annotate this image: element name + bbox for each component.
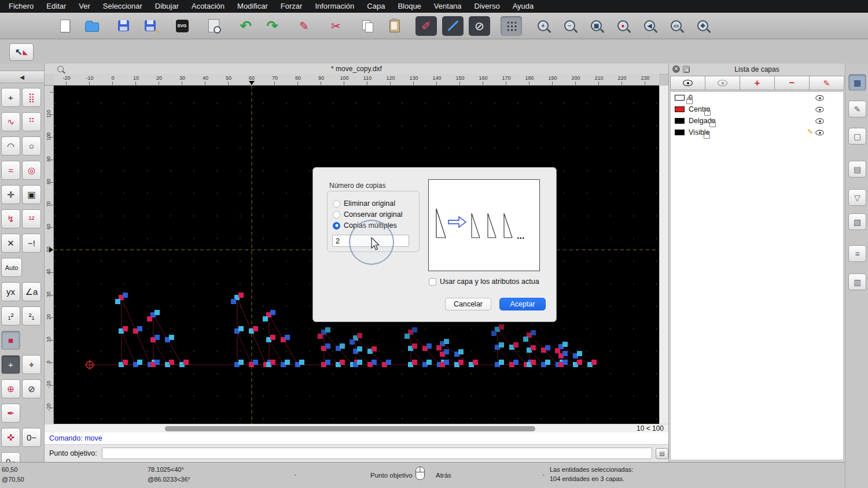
snap-cross[interactable]: ✕ [1,234,20,253]
panel-library-browser[interactable]: ▧ [848,213,866,230]
print-preview-button[interactable] [203,16,225,36]
new-file-button[interactable] [54,16,76,36]
undo-button[interactable]: ↶ [235,16,256,36]
menu-capa[interactable]: Capa [361,0,391,13]
panel-command-line[interactable]: ≡ [848,245,866,262]
cad-toolbar-category-button[interactable]: ↖ ◣ [9,43,34,61]
layer-row-visible[interactable]: Visible✎ [671,127,843,138]
ellipse-tool-button[interactable]: ⊘ [469,16,490,36]
vertical-scrollbar[interactable] [659,86,668,424]
menu-bloque[interactable]: Bloque [391,0,427,13]
pin-tool[interactable]: ✜ [1,428,20,447]
palette-collapse-button[interactable]: ◀ [0,71,45,83]
snap-free[interactable]: ∿ [1,112,20,131]
pan-button[interactable]: ✥ [692,16,713,36]
layer-visibility-icon[interactable] [815,119,823,124]
grid-toggle-button[interactable] [501,16,522,36]
open-file-button[interactable] [81,16,102,36]
menu-informacion[interactable]: Información [308,0,361,13]
layer-lock-icon[interactable] [704,134,710,139]
auto-snap-button[interactable]: Auto [1,258,22,277]
detach-panel-icon[interactable] [683,66,690,73]
remove-layer-button[interactable]: − [774,76,810,90]
use-current-layer-option[interactable]: Usar capa y los atributos actua [429,277,553,286]
cancel-button[interactable]: Cancelar [445,298,491,310]
horizontal-scrollbar-thumb[interactable] [165,426,535,431]
zoom-window-button[interactable]: ▭ [665,16,687,36]
show-all-layers-button[interactable] [670,76,705,90]
zoom-previous-button[interactable]: ◀ [639,16,660,36]
panel-clipboard[interactable]: ▥ [848,273,866,290]
snap-auto[interactable]: + [1,88,20,107]
snap-entity[interactable]: ▣ [22,185,41,204]
restrict-vertical[interactable]: ⌖ [22,355,41,374]
snap-order[interactable]: ¹² [22,209,41,228]
measure-needle[interactable]: ✒ [1,404,20,423]
menu-modificar[interactable]: Modificar [231,0,274,13]
reference-axis[interactable]: ⊘ [22,379,41,398]
panel-layer-list[interactable]: ✎ [848,101,866,117]
line-color-button[interactable] [442,16,464,36]
command-options-button[interactable]: ▤ [656,448,668,459]
zoom-selection-button[interactable]: ● [612,16,634,36]
snap-center[interactable]: ◎ [22,161,41,180]
layer-row-delgado[interactable]: Delgado [671,115,843,127]
draw-pencil-button[interactable]: ✎ [293,16,315,36]
menu-ayuda[interactable]: Ayuda [506,0,540,13]
panel-selection-filter[interactable]: ▽ [848,189,866,206]
redo-button[interactable]: ↷ [262,16,283,36]
restrict-horizontal[interactable]: + [1,355,20,374]
snap-exclude[interactable]: −! [22,234,41,253]
edit-layer-button[interactable]: ✎ [809,76,844,90]
restrict-xy[interactable]: yx [1,282,20,301]
menu-dibujar[interactable]: Dibujar [149,0,185,13]
menu-forzar[interactable]: Forzar [274,0,309,13]
cut-button[interactable]: ✂ [325,16,347,36]
snap-intersection[interactable]: ↯ [1,209,20,228]
panel-view-list[interactable]: ▤ [848,161,866,178]
order-two-one[interactable]: ²₁ [22,306,41,326]
command-input[interactable] [102,448,652,459]
close-panel-icon[interactable]: ✕ [672,65,680,73]
snap-perpendicular[interactable]: ✛ [1,185,20,204]
zoom-in-button[interactable]: + [532,16,554,36]
panel-block-list[interactable]: ▢ [848,128,866,145]
lock-zero-a[interactable]: 0− [22,428,41,447]
snap-tangent[interactable]: ≈ [1,161,20,180]
panel-property-editor[interactable]: ▦ [848,74,866,91]
menu-seleccionar[interactable]: Seleccionar [97,0,149,13]
paste-button[interactable] [384,16,405,36]
snap-points[interactable]: ⠛ [22,112,41,131]
hide-all-layers-button[interactable] [705,76,740,90]
use-current-layer-checkbox[interactable] [429,278,436,286]
svg-export-button[interactable]: SVG [171,16,193,36]
accept-button[interactable]: Aceptar [499,298,546,310]
copy-button[interactable] [357,16,378,36]
restrict-angle[interactable]: ∠a [22,282,41,301]
radio-button-icon[interactable] [333,200,340,208]
layer-visibility-icon[interactable] [815,95,823,101]
snap-grid[interactable]: ⣿ [22,88,41,107]
zoom-auto-button[interactable]: ▣ [586,16,607,36]
layer-row-centro[interactable]: Centro [671,103,843,115]
snap-arc[interactable]: ◠ [1,136,20,156]
menu-ver[interactable]: Ver [72,0,97,13]
save-as-button[interactable]: ✎ [139,16,161,36]
radio-button-icon[interactable] [333,222,340,230]
reference-point[interactable]: ⊕ [1,379,20,398]
horizontal-scrollbar[interactable]: 10 < 100 [45,424,668,432]
layer-row-0[interactable]: 0 [671,92,843,103]
add-layer-button[interactable]: + [740,76,775,90]
zoom-out-button[interactable]: − [559,16,580,36]
radio-conservar-original[interactable]: Conservar original [333,210,402,219]
save-button[interactable] [113,16,134,36]
menu-fichero[interactable]: Fichero [2,0,40,13]
current-selection-tool[interactable]: ■ [1,331,20,350]
menu-acotacion[interactable]: Acotación [185,0,231,13]
edit-entity-button[interactable]: ✐ [415,16,437,36]
radio-eliminar-original[interactable]: Eliminar original [333,199,395,208]
snap-circle[interactable]: ○ [22,136,41,156]
menu-ventana[interactable]: Ventana [428,0,468,13]
radio-button-icon[interactable] [333,211,340,219]
menu-diverso[interactable]: Diverso [468,0,506,13]
